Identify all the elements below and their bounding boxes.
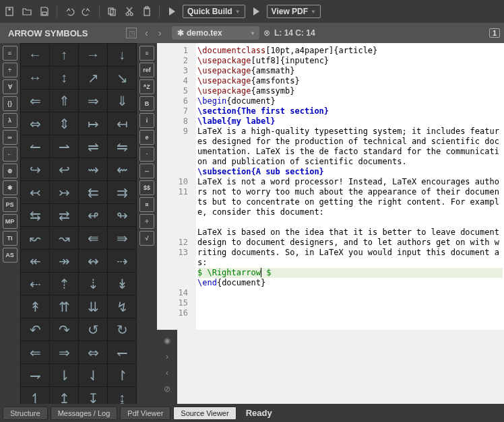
editor[interactable]: 123456789 1011 1213 141516 \documentclas… bbox=[157, 43, 504, 330]
save-file-icon[interactable] bbox=[38, 5, 51, 18]
symbol-button[interactable]: ⇌ bbox=[79, 135, 107, 157]
symbol-button[interactable]: ⇜ bbox=[108, 158, 136, 180]
insert-panel-button[interactable]: i bbox=[139, 113, 154, 128]
left-panel-button[interactable]: ∞ bbox=[3, 130, 18, 145]
code-area[interactable]: \documentclass[10pt,a4paper]{article} \u… bbox=[196, 43, 504, 330]
left-panel-button[interactable]: ✱ bbox=[3, 180, 18, 195]
insert-panel-button[interactable]: √ bbox=[139, 231, 154, 246]
symbol-button[interactable]: ⇣ bbox=[79, 273, 107, 295]
prev-doc-icon[interactable]: ‹ bbox=[145, 28, 154, 38]
symbol-button[interactable]: ↓ bbox=[108, 44, 136, 66]
symbol-button[interactable]: ↗ bbox=[79, 67, 107, 89]
symbol-button[interactable]: ⇢ bbox=[108, 250, 136, 272]
structure-tab[interactable]: Structure bbox=[3, 407, 48, 420]
symbol-button[interactable]: ⇀ bbox=[50, 135, 78, 157]
left-panel-button[interactable]: MP bbox=[3, 214, 18, 229]
symbol-button[interactable]: ⇔ bbox=[79, 341, 107, 363]
symbol-button[interactable]: ↧ bbox=[79, 387, 107, 404]
insert-panel-button[interactable]: B bbox=[139, 96, 154, 111]
left-panel-button[interactable]: λ bbox=[3, 113, 18, 128]
symbol-button[interactable]: ← bbox=[21, 44, 49, 66]
symbol-button[interactable]: ↷ bbox=[50, 318, 78, 341]
symbol-button[interactable]: ↘ bbox=[108, 67, 136, 89]
symbol-button[interactable]: ↻ bbox=[108, 318, 136, 341]
open-file-icon[interactable] bbox=[20, 5, 34, 18]
prev-issue-icon[interactable]: ‹ bbox=[162, 367, 172, 378]
symbol-button[interactable]: ↨ bbox=[108, 387, 136, 404]
close-doc-icon[interactable]: ⊗ bbox=[263, 28, 270, 38]
symbol-button[interactable]: ↤ bbox=[108, 112, 136, 135]
symbol-button[interactable]: ⇔ bbox=[21, 112, 49, 135]
symbol-button[interactable]: ⇐ bbox=[21, 341, 49, 363]
insert-panel-button[interactable]: ref bbox=[139, 63, 154, 77]
source-viewer-tab[interactable]: Source Viewer bbox=[173, 407, 236, 420]
view-run-icon[interactable] bbox=[249, 5, 263, 18]
symbol-button[interactable]: ⇝ bbox=[79, 158, 107, 180]
paste-icon[interactable] bbox=[140, 5, 154, 18]
new-file-icon[interactable] bbox=[3, 5, 16, 18]
symbol-button[interactable]: ⇡ bbox=[50, 273, 78, 295]
symbol-button[interactable]: ⇒ bbox=[50, 341, 78, 363]
symbol-button[interactable]: ⇠ bbox=[21, 273, 49, 295]
left-panel-button[interactable]: PS bbox=[3, 197, 18, 212]
redo-icon[interactable] bbox=[80, 5, 94, 18]
left-panel-button[interactable]: ≡ bbox=[3, 46, 18, 61]
quick-build-combo[interactable]: Quick Build▼ bbox=[183, 5, 245, 18]
symbol-button[interactable]: ⇊ bbox=[79, 295, 107, 318]
symbol-button[interactable]: ↩ bbox=[50, 158, 78, 180]
symbol-button[interactable]: ↔ bbox=[21, 67, 49, 89]
symbol-button[interactable]: ↥ bbox=[50, 387, 78, 404]
left-panel-button[interactable]: ∀ bbox=[3, 79, 18, 94]
symbol-button[interactable]: ↞ bbox=[21, 250, 49, 272]
stop-icon[interactable]: ⊘ bbox=[162, 384, 172, 394]
next-doc-icon[interactable]: › bbox=[158, 28, 168, 38]
symbol-button[interactable]: ⇑ bbox=[50, 90, 78, 112]
symbol-button[interactable]: ⇉ bbox=[108, 181, 136, 203]
symbol-button[interactable]: ↬ bbox=[108, 204, 136, 226]
symbol-button[interactable]: ↯ bbox=[108, 295, 136, 318]
symbol-button[interactable]: ↿ bbox=[21, 387, 49, 404]
left-panel-button[interactable]: ÷ bbox=[3, 63, 18, 77]
next-issue-icon[interactable]: › bbox=[162, 351, 172, 362]
symbol-button[interactable]: ↟ bbox=[21, 295, 49, 318]
copy-icon[interactable] bbox=[105, 5, 119, 18]
symbol-button[interactable]: ↽ bbox=[108, 341, 136, 363]
symbol-button[interactable]: ⇓ bbox=[108, 90, 136, 112]
cut-icon[interactable] bbox=[123, 5, 136, 18]
symbol-button[interactable]: ⇚ bbox=[79, 227, 107, 249]
insert-panel-button[interactable]: ÷ bbox=[139, 214, 154, 229]
symbol-button[interactable]: ⇁ bbox=[21, 364, 49, 386]
insert-panel-button[interactable]: -- bbox=[139, 164, 154, 178]
insert-panel-button[interactable]: ≡ bbox=[139, 46, 154, 61]
page-badge[interactable]: 1 bbox=[489, 28, 500, 38]
symbol-button[interactable]: ↺ bbox=[79, 318, 107, 341]
symbol-button[interactable]: ↡ bbox=[108, 273, 136, 295]
symbol-button[interactable]: → bbox=[79, 44, 107, 66]
symbol-button[interactable]: ⇆ bbox=[21, 204, 49, 226]
insert-panel-button[interactable]: $$ bbox=[139, 180, 154, 195]
left-panel-button[interactable]: ← bbox=[3, 147, 18, 162]
insert-panel-button[interactable]: · bbox=[139, 147, 154, 162]
symbol-button[interactable]: ↑ bbox=[50, 44, 78, 66]
output-panel[interactable] bbox=[177, 330, 504, 404]
symbol-button[interactable]: ↢ bbox=[21, 181, 49, 203]
symbol-button[interactable]: ↾ bbox=[108, 364, 136, 386]
symbol-button[interactable]: ↼ bbox=[21, 135, 49, 157]
eye-icon[interactable]: ◉ bbox=[162, 335, 172, 346]
undo-icon[interactable] bbox=[63, 5, 76, 18]
symbol-button[interactable]: ↪ bbox=[21, 158, 49, 180]
symbol-button[interactable]: ⇈ bbox=[50, 295, 78, 318]
symbol-button[interactable]: ↝ bbox=[50, 227, 78, 249]
symbol-button[interactable]: ⇕ bbox=[50, 112, 78, 135]
insert-panel-button[interactable]: e bbox=[139, 130, 154, 145]
symbol-button[interactable]: ↣ bbox=[50, 181, 78, 203]
symbol-button[interactable]: ↦ bbox=[79, 112, 107, 135]
symbol-button[interactable]: ↜ bbox=[21, 227, 49, 249]
symbol-button[interactable]: ↫ bbox=[79, 204, 107, 226]
insert-panel-button[interactable]: ¤ bbox=[139, 197, 154, 212]
messages-tab[interactable]: Messages / Log bbox=[51, 407, 118, 420]
symbol-button[interactable]: ⇃ bbox=[79, 364, 107, 386]
symbol-button[interactable]: ⇇ bbox=[79, 181, 107, 203]
symbol-button[interactable]: ↕ bbox=[50, 67, 78, 89]
symbol-button[interactable]: ⇋ bbox=[108, 135, 136, 157]
